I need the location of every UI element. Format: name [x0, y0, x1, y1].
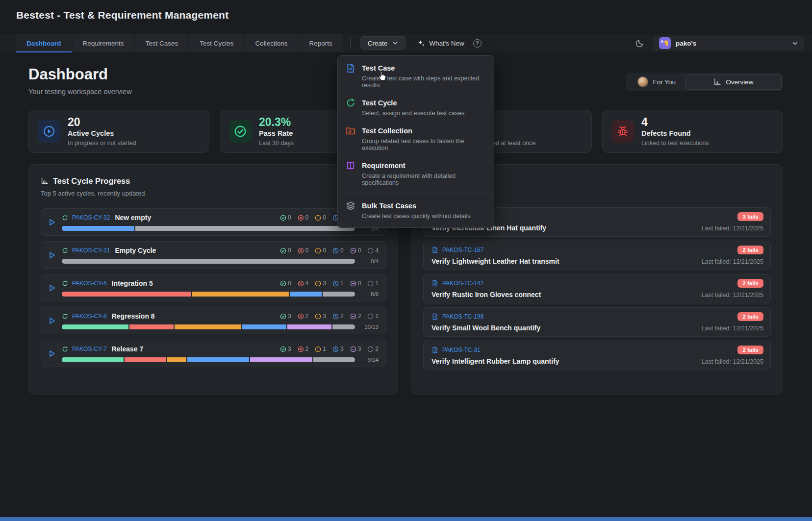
status-chip-passed: 3 [280, 313, 291, 320]
cycle-progress-subtitle: Top 5 active cycles, recently updated [41, 190, 386, 198]
tab-requirements[interactable]: Requirements [73, 34, 134, 52]
status-count: 2 [375, 346, 379, 352]
help-button[interactable]: ? [473, 39, 482, 48]
dark-mode-toggle[interactable] [635, 39, 644, 48]
menu-item-test-cycle[interactable]: Test CycleSelect, assign and execute tes… [338, 94, 494, 122]
app-header: Bestest - Test & Requirement Management [0, 0, 812, 21]
tab-test-cases[interactable]: Test Cases [135, 34, 189, 52]
fails-badge: 2 fails [737, 346, 763, 354]
cycle-id-link[interactable]: PAKOS-CY-5 [72, 280, 107, 287]
cycle-row-main: PAKOS-CY-8Regression 832322110/13 [62, 311, 379, 330]
whats-new-button[interactable]: What's New [417, 34, 464, 52]
last-failed-date: Last failed: 12/21/2025 [702, 258, 764, 265]
overview-label: Overview [726, 78, 753, 86]
menu-item-title: Test Collection [362, 127, 412, 135]
cycle-progress-header: Test Cycle Progress [41, 175, 386, 186]
status-chips: 000004 [280, 247, 379, 254]
test-case-id-link[interactable]: PAKOS-TC-31 [442, 347, 734, 353]
stat-value: 20 [68, 116, 136, 128]
alert-circle-icon [315, 215, 321, 221]
cycle-id-link[interactable]: PAKOS-CY-32 [72, 214, 110, 221]
progress-segment-passed [62, 357, 125, 362]
progress-segment-failed [125, 357, 166, 362]
menu-item-test-collection[interactable]: Test CollectionGroup related test cases … [338, 122, 494, 156]
run-cycle-button[interactable] [46, 250, 57, 260]
status-chip-skipped: 2 [350, 313, 361, 320]
run-cycle-button[interactable] [46, 283, 57, 293]
executed-fraction: 0/4 [360, 258, 379, 264]
tab-dashboard[interactable]: Dashboard [16, 34, 72, 52]
progress-segment-in_progress [290, 292, 322, 297]
test-case-name: Verify Lightweight Leather Hat transmit [431, 257, 702, 265]
cycle-id-link[interactable]: PAKOS-CY-31 [72, 247, 110, 254]
progress-segment-skipped [287, 324, 332, 329]
user-menu-button[interactable]: pako's [653, 36, 804, 50]
status-chip-blocked: 1 [315, 346, 326, 352]
navbar-right: pako's [635, 34, 812, 52]
circle-icon [367, 280, 374, 287]
status-chip-in_progress: 3 [332, 346, 344, 352]
test-case-id-link[interactable]: PAKOS-TC-198 [442, 313, 734, 320]
status-chip-blocked: 0 [315, 247, 326, 254]
test-case-id-link[interactable]: PAKOS-TC-142 [442, 280, 734, 287]
document-icon [431, 347, 438, 353]
status-count: 2 [340, 313, 344, 320]
bug-icon [616, 125, 629, 138]
bar-chart-icon [41, 177, 49, 185]
progress-bar [62, 259, 355, 264]
cycle-id-link[interactable]: PAKOS-CY-8 [72, 313, 107, 320]
status-chip-failed: 4 [298, 280, 309, 287]
overview-button[interactable]: Overview [685, 74, 782, 90]
for-you-button[interactable]: For You [628, 74, 685, 90]
x-circle-icon [298, 313, 304, 320]
status-chip-failed: 2 [298, 346, 309, 352]
status-chip-passed: 0 [280, 280, 291, 287]
progress-segment-blocked [167, 357, 188, 362]
stat-sub: Linked to test executions [641, 139, 709, 147]
stat-value: 4 [641, 116, 709, 128]
cycle-row: PAKOS-CY-5Integration 50431018/9 [41, 274, 386, 301]
alert-circle-icon [315, 280, 321, 287]
bottom-edge-strip [0, 517, 812, 521]
run-cycle-button[interactable] [46, 316, 57, 325]
status-count: 0 [323, 214, 326, 221]
last-failed-date: Last failed: 12/21/2025 [702, 358, 764, 365]
status-count: 0 [305, 247, 309, 254]
fails-badge: 3 fails [737, 212, 763, 221]
x-circle-icon [298, 280, 304, 287]
minus-circle-icon [350, 280, 356, 287]
progress-segment-blocked [192, 292, 290, 297]
chevron-down-icon [392, 40, 398, 46]
status-count: 0 [305, 214, 309, 221]
menu-item-bulk-test-cases[interactable]: Bulk Test CasesCreate test cases quickly… [338, 197, 494, 224]
run-cycle-button[interactable] [46, 218, 57, 227]
cycle-id-link[interactable]: PAKOS-CY-7 [72, 346, 107, 352]
cycle-row: PAKOS-CY-8Regression 832322110/13 [41, 307, 386, 334]
tab-test-cycles[interactable]: Test Cycles [189, 34, 244, 52]
play-icon [47, 250, 56, 260]
layers-icon [346, 201, 355, 211]
failing-test-item: PAKOS-TC-1422 failsVerify Rustic Iron Gl… [423, 274, 771, 303]
status-count: 4 [305, 280, 309, 287]
user-avatar [659, 37, 671, 49]
play-icon [47, 349, 56, 358]
create-button[interactable]: Create [360, 36, 406, 50]
menu-item-test-case[interactable]: Test CaseCreate a test case with steps a… [338, 59, 494, 94]
failing-tests-list: PAKOS-TC-1883 failsVerify Incredible Lin… [423, 207, 771, 370]
status-count: 3 [288, 346, 291, 352]
fails-badge: 2 fails [737, 246, 763, 254]
tab-reports[interactable]: Reports [299, 34, 342, 52]
status-count: 2 [305, 313, 309, 320]
document-icon [346, 63, 355, 73]
menu-item-requirement[interactable]: RequirementCreate a requirement with det… [338, 156, 494, 191]
stat-sub-fragment: ed at least once [492, 140, 535, 147]
progress-bar [62, 226, 355, 231]
test-case-id-link[interactable]: PAKOS-TC-167 [442, 247, 734, 253]
status-count: 3 [323, 280, 326, 287]
last-failed-date: Last failed: 12/21/2025 [702, 225, 764, 232]
tab-collections[interactable]: Collections [245, 34, 298, 52]
menu-item-title: Bulk Test Cases [362, 202, 416, 210]
bar-chart-icon [41, 177, 49, 185]
run-cycle-button[interactable] [46, 349, 57, 358]
status-count: 1 [375, 280, 379, 287]
